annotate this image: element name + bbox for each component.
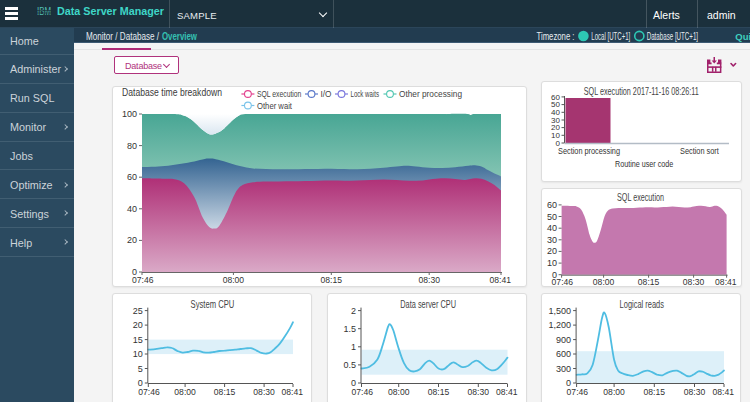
svg-text:1,200: 1,200 [549, 320, 572, 330]
svg-text:60: 60 [551, 93, 560, 102]
svg-text:900: 900 [556, 335, 571, 345]
svg-text:Routine user code: Routine user code [615, 158, 673, 169]
svg-text:08:00: 08:00 [174, 387, 196, 397]
svg-text:10: 10 [551, 131, 560, 140]
svg-text:08:15: 08:15 [321, 275, 343, 285]
svg-text:Data Server Manager: Data Server Manager [57, 5, 164, 17]
svg-text:08:15: 08:15 [638, 277, 660, 287]
svg-text:08:00: 08:00 [387, 387, 409, 397]
svg-text:20: 20 [547, 246, 557, 256]
svg-text:Local [UTC+1]: Local [UTC+1] [591, 31, 630, 42]
svg-text:80: 80 [127, 141, 137, 151]
svg-text:08:30: 08:30 [684, 387, 706, 397]
svg-text:SQL execution 2017-11-16 08:26: SQL execution 2017-11-16 08:26:11 [584, 85, 699, 97]
svg-text:40: 40 [127, 204, 137, 214]
svg-text:60: 60 [127, 172, 137, 182]
svg-text:1,500: 1,500 [549, 306, 572, 316]
svg-text:Timezone :: Timezone : [537, 31, 575, 42]
svg-text:2: 2 [350, 306, 355, 316]
svg-text:Quick: Quick [735, 31, 750, 42]
svg-text:60: 60 [547, 200, 557, 210]
svg-text:08:41: 08:41 [282, 387, 304, 397]
svg-text:SQL execution: SQL execution [617, 191, 664, 203]
svg-text:100: 100 [122, 109, 137, 119]
svg-text:08:30: 08:30 [253, 387, 275, 397]
svg-text:08:30: 08:30 [418, 275, 440, 285]
svg-text:Section sort: Section sort [680, 145, 719, 156]
svg-text:Data server CPU: Data server CPU [400, 298, 456, 310]
svg-text:1.5: 1.5 [343, 324, 356, 334]
svg-text:10: 10 [133, 349, 143, 359]
svg-text:40: 40 [547, 223, 557, 233]
svg-text:Database time breakdown: Database time breakdown [122, 86, 222, 98]
svg-text:1: 1 [350, 342, 355, 352]
svg-text:07:46: 07:46 [351, 387, 373, 397]
svg-text:08:41: 08:41 [715, 277, 737, 287]
svg-text:IBM: IBM [37, 6, 51, 17]
svg-text:300: 300 [556, 364, 571, 374]
svg-text:30: 30 [547, 235, 557, 245]
svg-text:15: 15 [133, 335, 143, 345]
svg-text:25: 25 [133, 306, 143, 316]
svg-text:Other processing: Other processing [399, 89, 462, 99]
svg-text:08:15: 08:15 [214, 387, 236, 397]
svg-text:20: 20 [127, 235, 137, 245]
svg-text:40: 40 [551, 108, 560, 117]
svg-text:08:30: 08:30 [467, 387, 489, 397]
svg-text:600: 600 [556, 349, 571, 359]
svg-text:08:30: 08:30 [683, 277, 705, 287]
svg-text:08:00: 08:00 [593, 277, 615, 287]
svg-text:SQL execution: SQL execution [257, 89, 301, 99]
svg-text:Overview: Overview [162, 31, 197, 42]
svg-text:50: 50 [551, 100, 560, 109]
svg-text:20: 20 [133, 320, 143, 330]
svg-text:07:46: 07:46 [567, 387, 589, 397]
svg-text:07:46: 07:46 [132, 275, 154, 285]
svg-text:08:00: 08:00 [223, 275, 245, 285]
svg-text:08:41: 08:41 [713, 387, 735, 397]
svg-text:Lock waits: Lock waits [351, 89, 380, 99]
svg-text:08:15: 08:15 [427, 387, 449, 397]
svg-text:08:00: 08:00 [603, 387, 625, 397]
svg-text:07:46: 07:46 [552, 277, 574, 287]
svg-text:System CPU: System CPU [191, 298, 235, 310]
svg-text:30: 30 [551, 116, 560, 125]
svg-text:5: 5 [138, 364, 143, 374]
svg-text:Database [UTC+1]: Database [UTC+1] [647, 31, 699, 42]
svg-text:50: 50 [547, 212, 557, 222]
svg-text:Other wait: Other wait [257, 101, 292, 111]
svg-text:08:15: 08:15 [644, 387, 666, 397]
svg-text:07:46: 07:46 [138, 387, 160, 397]
svg-text:Section processing: Section processing [558, 145, 620, 156]
svg-text:0.5: 0.5 [343, 360, 356, 370]
svg-text:Logical reads: Logical reads [620, 298, 664, 310]
svg-text:I/O: I/O [321, 89, 332, 99]
svg-text:08:41: 08:41 [496, 387, 518, 397]
svg-text:08:41: 08:41 [490, 275, 512, 285]
svg-text:10: 10 [547, 258, 557, 268]
svg-text:Monitor / Database /: Monitor / Database / [86, 31, 159, 42]
